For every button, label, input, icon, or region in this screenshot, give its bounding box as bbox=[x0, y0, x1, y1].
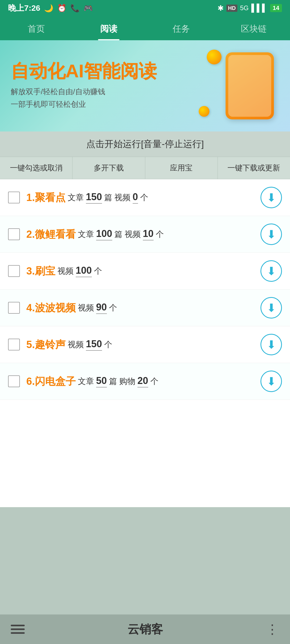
item-value-3-0: 100 bbox=[76, 265, 92, 277]
item-unit-2-0: 篇 bbox=[114, 229, 122, 240]
bluetooth-icon: ✱ bbox=[218, 4, 224, 13]
checkbox-6[interactable] bbox=[8, 375, 20, 387]
tab-blockchain[interactable]: 区块链 bbox=[218, 23, 290, 40]
banner: 自动化AI智能阅读 解放双手/轻松自由/自动赚钱 一部手机即可轻松创业 bbox=[0, 40, 290, 131]
app-list: 1.聚看点 文章 150 篇 视频 0 个 ⬇ 2.微鲤看看 文章 100 篇 … bbox=[0, 179, 290, 507]
signal-text: 5G bbox=[240, 4, 249, 12]
item-name-5: 5.趣铃声 bbox=[26, 338, 66, 352]
checkbox-3[interactable] bbox=[8, 265, 20, 277]
item-unit-5-0: 个 bbox=[104, 339, 112, 350]
banner-title: 自动化AI智能阅读 bbox=[11, 61, 193, 81]
action-bar[interactable]: 点击开始运行[音量-停止运行] bbox=[0, 131, 290, 157]
banner-illustration bbox=[193, 47, 279, 125]
hd-badge: HD bbox=[226, 5, 237, 12]
list-item: 5.趣铃声 视频 150 个 ⬇ bbox=[0, 326, 290, 363]
list-item: 1.聚看点 文章 150 篇 视频 0 个 ⬇ bbox=[0, 179, 290, 216]
tab-reading[interactable]: 阅读 bbox=[73, 23, 145, 40]
bottom-title: 云销客 bbox=[128, 621, 163, 637]
multi-download-button[interactable]: 多开下载 bbox=[73, 157, 145, 179]
download-button-3[interactable]: ⬇ bbox=[260, 260, 282, 282]
coin-icon-2 bbox=[199, 106, 209, 117]
item-label-2-0: 文章 bbox=[78, 229, 94, 240]
item-label-2-1: 视频 bbox=[125, 229, 141, 240]
download-icon-5: ⬇ bbox=[267, 338, 276, 351]
item-unit-6-1: 个 bbox=[150, 376, 158, 387]
menu-line-1 bbox=[11, 625, 25, 626]
download-icon-2: ⬇ bbox=[267, 228, 276, 241]
download-icon-3: ⬇ bbox=[267, 265, 276, 278]
tab-home[interactable]: 首页 bbox=[0, 23, 73, 40]
banner-text: 自动化AI智能阅读 解放双手/轻松自由/自动赚钱 一部手机即可轻松创业 bbox=[11, 61, 193, 111]
item-value-2-0: 100 bbox=[96, 228, 112, 240]
item-unit-1-0: 篇 bbox=[104, 192, 112, 203]
item-value-6-0: 50 bbox=[96, 375, 107, 387]
download-button-4[interactable]: ⬇ bbox=[260, 297, 282, 319]
item-unit-6-0: 篇 bbox=[109, 376, 117, 387]
item-value-1-1: 0 bbox=[133, 191, 138, 204]
item-value-2-1: 10 bbox=[143, 228, 154, 240]
button-row: 一键勾选或取消 多开下载 应用宝 一键下载或更新 bbox=[0, 157, 290, 179]
item-unit-4-0: 个 bbox=[109, 302, 117, 313]
menu-line-2 bbox=[11, 628, 25, 630]
checkbox-4[interactable] bbox=[8, 302, 20, 314]
item-value-6-1: 20 bbox=[137, 375, 148, 387]
item-name-3: 3.刷宝 bbox=[26, 264, 55, 278]
item-content-4: 4.波波视频 视频 90 个 bbox=[26, 301, 255, 315]
list-item: 4.波波视频 视频 90 个 ⬇ bbox=[0, 290, 290, 326]
alarm-icon: ⏰ bbox=[57, 4, 67, 13]
status-left: 晚上7:26 🌙 ⏰ 📞 🎮 bbox=[8, 3, 93, 14]
item-content-6: 6.闪电盒子 文章 50 篇 购物 20 个 bbox=[26, 375, 255, 388]
item-content-5: 5.趣铃声 视频 150 个 bbox=[26, 338, 255, 352]
menu-line-3 bbox=[11, 632, 25, 634]
status-right: ✱ HD 5G ▌▌▌ 14 bbox=[218, 4, 282, 13]
item-value-4-0: 90 bbox=[96, 302, 107, 314]
item-content-1: 1.聚看点 文章 150 篇 视频 0 个 bbox=[26, 191, 255, 204]
list-item: 3.刷宝 视频 100 个 ⬇ bbox=[0, 253, 290, 290]
download-button-1[interactable]: ⬇ bbox=[260, 187, 282, 208]
checkbox-1[interactable] bbox=[8, 192, 20, 203]
item-value-5-0: 150 bbox=[86, 338, 102, 351]
bottom-bar: 云销客 ⋮ bbox=[0, 614, 290, 644]
nav-tabs: 首页 阅读 任务 区块链 bbox=[0, 16, 290, 40]
item-label-5-0: 视频 bbox=[68, 339, 84, 350]
download-icon-4: ⬇ bbox=[267, 301, 276, 314]
item-name-4: 4.波波视频 bbox=[26, 301, 76, 315]
moon-icon: 🌙 bbox=[44, 4, 53, 13]
status-time: 晚上7:26 bbox=[8, 3, 40, 14]
item-unit-2-1: 个 bbox=[156, 229, 164, 240]
phone-icon: 📞 bbox=[70, 4, 80, 13]
item-name-2: 2.微鲤看看 bbox=[26, 228, 76, 241]
coin-icon-1 bbox=[207, 50, 222, 64]
signal-icon: ▌▌▌ bbox=[251, 4, 267, 12]
download-icon-6: ⬇ bbox=[267, 375, 276, 388]
item-name-1: 1.聚看点 bbox=[26, 191, 66, 204]
item-label-1-1: 视频 bbox=[114, 192, 130, 203]
checkbox-5[interactable] bbox=[8, 339, 20, 350]
item-unit-3-0: 个 bbox=[94, 266, 102, 277]
status-bar: 晚上7:26 🌙 ⏰ 📞 🎮 ✱ HD 5G ▌▌▌ 14 bbox=[0, 0, 290, 16]
checkbox-2[interactable] bbox=[8, 228, 20, 240]
item-label-1-0: 文章 bbox=[68, 192, 84, 203]
download-icon-1: ⬇ bbox=[267, 191, 276, 204]
menu-icon[interactable] bbox=[11, 625, 25, 634]
item-label-6-1: 购物 bbox=[119, 376, 135, 387]
battery-icon: 14 bbox=[270, 4, 282, 12]
one-click-download-button[interactable]: 一键下载或更新 bbox=[218, 157, 290, 179]
download-button-2[interactable]: ⬇ bbox=[260, 224, 282, 245]
game-icon: 🎮 bbox=[84, 4, 93, 13]
item-content-3: 3.刷宝 视频 100 个 bbox=[26, 264, 255, 278]
item-label-4-0: 视频 bbox=[78, 302, 94, 313]
tab-tasks[interactable]: 任务 bbox=[145, 23, 218, 40]
item-content-2: 2.微鲤看看 文章 100 篇 视频 10 个 bbox=[26, 228, 255, 241]
download-button-6[interactable]: ⬇ bbox=[260, 371, 282, 392]
item-unit-1-1: 个 bbox=[140, 192, 148, 203]
phone-illustration bbox=[226, 52, 274, 119]
item-label-6-0: 文章 bbox=[78, 376, 94, 387]
item-value-1-0: 150 bbox=[86, 191, 102, 204]
download-button-5[interactable]: ⬇ bbox=[260, 334, 282, 355]
more-options-icon[interactable]: ⋮ bbox=[266, 622, 279, 637]
batch-select-button[interactable]: 一键勾选或取消 bbox=[0, 157, 73, 179]
app-store-button[interactable]: 应用宝 bbox=[145, 157, 218, 179]
banner-subtitle: 解放双手/轻松自由/自动赚钱 一部手机即可轻松创业 bbox=[11, 85, 193, 111]
item-label-3-0: 视频 bbox=[57, 266, 74, 277]
